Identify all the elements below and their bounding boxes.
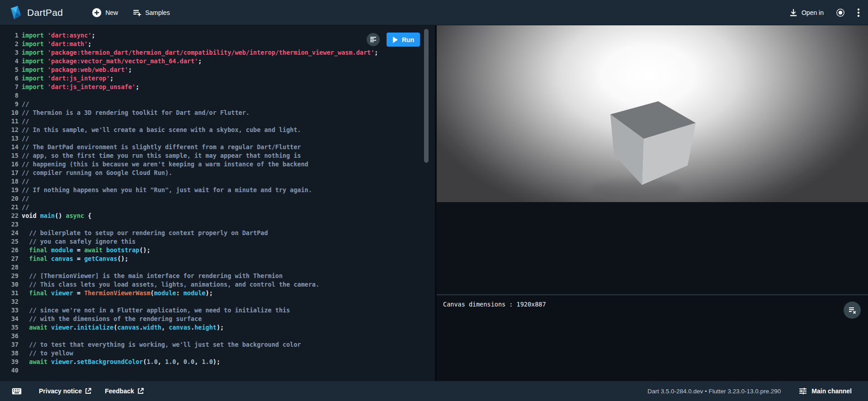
new-button[interactable]: New <box>92 8 118 18</box>
execution-panel: Canvas dimensions : 868x401 <box>437 25 868 381</box>
line-number: 23 <box>0 220 19 229</box>
line-number: 36 <box>0 332 19 340</box>
line-number: 11 <box>0 117 19 126</box>
line-number: 1 <box>0 31 19 40</box>
brightness-toggle-button[interactable] <box>835 8 845 18</box>
line-number: 33 <box>0 306 19 315</box>
code-line: 3import 'package:thermion_dart/thermion_… <box>0 48 435 57</box>
console-panel: Canvas dimensions : 868x401 <box>437 294 868 381</box>
line-number: 3 <box>0 48 19 57</box>
code-line: 19// If nothing happens when you hit "Ru… <box>0 186 435 194</box>
samples-button-label: Samples <box>145 9 170 16</box>
line-number: 40 <box>0 366 19 375</box>
play-icon <box>392 37 398 43</box>
code-line: 13// <box>0 134 435 143</box>
line-number: 9 <box>0 100 19 109</box>
code-line: 20// <box>0 194 435 203</box>
brightness-icon <box>835 8 845 18</box>
code-line: 4import 'package:vector_math/vector_math… <box>0 57 435 66</box>
line-number: 27 <box>0 255 19 263</box>
code-line: 25 // you can safely ignore this <box>0 237 435 246</box>
code-line: 12// In this sample, we'll create a basi… <box>0 126 435 134</box>
line-number: 14 <box>0 143 19 151</box>
line-number: 34 <box>0 315 19 323</box>
channel-selector[interactable]: Main channel <box>799 387 852 395</box>
code-line: 24 // boilerplate to setup our rendering… <box>0 229 435 237</box>
feedback-link[interactable]: Feedback <box>105 387 144 395</box>
cube-shadow <box>590 179 681 199</box>
line-number: 26 <box>0 246 19 255</box>
line-number: 22 <box>0 212 19 220</box>
code-line: 40 <box>0 366 435 375</box>
samples-button[interactable]: Samples <box>132 8 170 17</box>
code-line: 11// <box>0 117 435 126</box>
code-line: 18// <box>0 177 435 186</box>
line-number: 31 <box>0 289 19 297</box>
feedback-label: Feedback <box>105 387 134 395</box>
line-number: 7 <box>0 83 19 91</box>
page-title: DartPad <box>27 7 63 18</box>
code-line: 35 await viewer.initialize(canvas.width,… <box>0 323 435 332</box>
line-number: 32 <box>0 297 19 306</box>
playlist-add-icon <box>132 8 142 17</box>
line-number: 35 <box>0 323 19 332</box>
code-line: 26 final module = await bootstrap(); <box>0 246 435 255</box>
code-line: 31 final viewer = ThermionViewerWasm(mod… <box>0 289 435 297</box>
code-line: 28 <box>0 263 435 272</box>
line-number: 16 <box>0 160 19 169</box>
code-line: 5import 'package:web/web.dart'; <box>0 66 435 74</box>
code-line: 33 // since we're not in a Flutter appli… <box>0 306 435 315</box>
line-number: 28 <box>0 263 19 272</box>
line-number: 18 <box>0 177 19 186</box>
open-in-new-icon <box>137 388 144 394</box>
line-number: 12 <box>0 126 19 134</box>
line-number: 39 <box>0 358 19 366</box>
keyboard-shortcuts-button[interactable] <box>12 388 22 395</box>
code-line: 36 <box>0 332 435 340</box>
line-number: 30 <box>0 280 19 289</box>
render-frame <box>437 25 868 294</box>
run-button[interactable]: Run <box>387 33 420 47</box>
code-line: 17// compiler running on Google Cloud Ru… <box>0 169 435 177</box>
code-line: 37 // to test that everything is working… <box>0 340 435 349</box>
console-output: Canvas dimensions : 868x401 <box>443 301 862 308</box>
tune-icon <box>799 387 807 395</box>
main-area: 1import 'dart:async';2import 'dart:math'… <box>0 25 868 381</box>
format-button[interactable] <box>367 33 380 46</box>
code-line: 10// Thermion is a 3D rendering toolkit … <box>0 109 435 117</box>
code-line: 14// The DartPad environment is slightly… <box>0 143 435 151</box>
line-number: 20 <box>0 194 19 203</box>
overflow-menu-button[interactable] <box>857 8 860 18</box>
line-number: 5 <box>0 66 19 74</box>
line-number: 19 <box>0 186 19 194</box>
line-number: 24 <box>0 229 19 237</box>
code-line: 30 // This class lets you load assets, l… <box>0 280 435 289</box>
dartpad-logo-icon <box>9 5 23 20</box>
line-number: 25 <box>0 237 19 246</box>
code-line: 34 // with the dimensions of the renderi… <box>0 315 435 323</box>
add-circle-icon <box>92 8 102 18</box>
channel-label: Main channel <box>811 387 852 395</box>
code-line: 22void main() async { <box>0 212 435 220</box>
code-line: 7import 'dart:js_interop_unsafe'; <box>0 83 435 91</box>
line-number: 8 <box>0 91 19 100</box>
status-bar: Privacy notice Feedback Dart 3.5.0-284.0… <box>0 381 868 401</box>
app-header: DartPad New Samples Open in <box>0 0 868 25</box>
line-number: 13 <box>0 134 19 143</box>
code-line: 15// app, so the first time you run this… <box>0 151 435 160</box>
code-editor[interactable]: 1import 'dart:async';2import 'dart:math'… <box>0 25 435 381</box>
clear-console-button[interactable] <box>844 302 861 319</box>
more-vert-icon <box>857 8 860 18</box>
line-number: 29 <box>0 272 19 280</box>
code-line: 38 // to yellow <box>0 349 435 358</box>
line-number: 38 <box>0 349 19 358</box>
editor-scrollbar-thumb[interactable] <box>424 29 429 163</box>
open-in-button[interactable]: Open in <box>789 8 824 17</box>
code-line: 32 <box>0 297 435 306</box>
line-number: 2 <box>0 40 19 48</box>
render-canvas[interactable] <box>437 25 868 202</box>
privacy-notice-link[interactable]: Privacy notice <box>39 387 91 395</box>
code-line: 16// happening (this is because we aren'… <box>0 160 435 169</box>
code-line: 21// <box>0 203 435 212</box>
cube-3d-render <box>437 25 868 202</box>
